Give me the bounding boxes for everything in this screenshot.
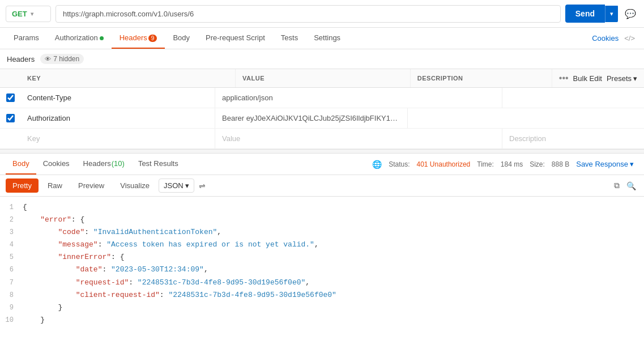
search-icon[interactable]: 🔍 bbox=[624, 179, 638, 193]
method-label: GET bbox=[12, 10, 27, 18]
empty-desc-placeholder[interactable]: Description bbox=[502, 129, 644, 148]
headers-sub-row: Headers 👁 7 hidden bbox=[0, 49, 644, 69]
line-content-3: "code": "InvalidAuthenticationToken", bbox=[20, 226, 644, 239]
row2-description bbox=[408, 113, 549, 124]
row1-check[interactable] bbox=[0, 88, 20, 108]
tab-body[interactable]: Body bbox=[165, 28, 198, 49]
empty-key-placeholder[interactable]: Key bbox=[20, 129, 215, 148]
time-label: Time: bbox=[477, 160, 494, 168]
tab-params[interactable]: Params bbox=[6, 28, 47, 49]
tab-settings[interactable]: Settings bbox=[306, 28, 348, 49]
table-header: KEY VALUE DESCRIPTION ••• Bulk Edit Pres… bbox=[0, 69, 644, 88]
row1-key[interactable]: Content-Type bbox=[20, 88, 215, 108]
th-check bbox=[0, 73, 20, 84]
send-chevron-button[interactable]: ▾ bbox=[605, 6, 618, 22]
send-button[interactable]: Send bbox=[565, 5, 605, 23]
comment-icon[interactable]: 💬 bbox=[622, 6, 638, 22]
line-num-10: 10 bbox=[0, 314, 20, 326]
line-num-4: 4 bbox=[0, 239, 20, 251]
tab-authorization[interactable]: Authorization bbox=[47, 28, 112, 49]
code-line-4: 4 "message": "Access token has expired o… bbox=[0, 239, 644, 251]
top-bar: GET ▾ Send ▾ 💬 bbox=[0, 0, 644, 28]
save-response-button[interactable]: Save Response ▾ bbox=[576, 160, 634, 168]
status-section: 🌐 Status: 401 Unauthorized Time: 184 ms … bbox=[368, 160, 638, 169]
code-line-8: 8 "client-request-id": "2248531c-7b3d-4f… bbox=[0, 289, 644, 301]
row2-key[interactable]: Authorization bbox=[20, 108, 215, 128]
th-description: DESCRIPTION bbox=[411, 69, 552, 87]
line-content-7: "request-id": "2248531c-7b3d-4fe8-9d95-3… bbox=[20, 277, 644, 289]
response-headers-badge: (10) bbox=[112, 159, 125, 168]
row1-value[interactable]: application/json bbox=[215, 88, 502, 108]
eye-icon: 👁 bbox=[45, 56, 51, 62]
response-tab-testresults[interactable]: Test Results bbox=[131, 154, 185, 175]
headers-badge: 9 bbox=[148, 35, 157, 42]
size-label: Size: bbox=[530, 160, 545, 168]
authorization-dot bbox=[100, 36, 104, 40]
presets-button[interactable]: Presets ▾ bbox=[607, 74, 637, 83]
response-tabs: Body Cookies Headers(10) Test Results 🌐 … bbox=[0, 154, 644, 175]
cookies-link[interactable]: Cookies bbox=[590, 28, 621, 48]
row2-checkbox[interactable] bbox=[6, 114, 15, 122]
line-content-5: "innerError": { bbox=[20, 251, 644, 264]
empty-row: Key Value Description bbox=[0, 129, 644, 149]
line-content-9: } bbox=[20, 301, 644, 314]
format-select[interactable]: JSON ▾ bbox=[159, 178, 194, 193]
line-content-8: "client-request-id": "2248531c-7b3d-4fe8… bbox=[20, 289, 644, 301]
th-key: KEY bbox=[20, 69, 236, 87]
line-num-2: 2 bbox=[0, 214, 20, 226]
headers-label: Headers bbox=[7, 55, 35, 63]
code-area: 1 { 2 "error": { 3 "code": "InvalidAuthe… bbox=[0, 197, 644, 340]
code-line-1: 1 { bbox=[0, 201, 644, 214]
copy-icon[interactable]: ⧉ bbox=[612, 178, 622, 193]
more-options-icon[interactable]: ••• bbox=[559, 73, 569, 83]
save-response-chevron: ▾ bbox=[630, 160, 634, 168]
status-label: Status: bbox=[389, 160, 410, 168]
view-tab-raw[interactable]: Raw bbox=[41, 178, 69, 193]
code-line-2: 2 "error": { bbox=[0, 214, 644, 226]
globe-icon: 🌐 bbox=[372, 160, 382, 169]
tab-tests[interactable]: Tests bbox=[273, 28, 306, 49]
row1-checkbox[interactable] bbox=[6, 94, 15, 102]
view-tab-pretty[interactable]: Pretty bbox=[6, 178, 39, 193]
code-line-9: 9 } bbox=[0, 301, 644, 314]
code-line-6: 6 "date": "2023-05-30T12:34:09", bbox=[0, 264, 644, 276]
code-icon[interactable]: </> bbox=[621, 28, 638, 48]
view-tab-preview[interactable]: Preview bbox=[71, 178, 111, 193]
hidden-count-label: 7 hidden bbox=[53, 55, 79, 63]
table-row: Authorization Bearer eyJ0eXAiOiJKV1QiLCJ… bbox=[0, 108, 644, 129]
presets-chevron: ▾ bbox=[633, 74, 637, 83]
method-select[interactable]: GET ▾ bbox=[6, 6, 51, 22]
row2-value[interactable]: Bearer eyJ0eXAiOiJKV1QiLCJub25jZSI6Ildjb… bbox=[215, 108, 408, 128]
empty-value-placeholder[interactable]: Value bbox=[215, 129, 502, 148]
tab-headers[interactable]: Headers9 bbox=[112, 28, 165, 49]
th-actions: ••• Bulk Edit Presets ▾ bbox=[552, 70, 644, 87]
request-tabs: Params Authorization Headers9 Body Pre-r… bbox=[0, 28, 644, 49]
size-value: 888 B bbox=[552, 160, 569, 168]
format-chevron: ▾ bbox=[185, 181, 189, 190]
line-num-5: 5 bbox=[0, 251, 20, 264]
code-line-10: 10 } bbox=[0, 314, 644, 326]
code-line-7: 7 "request-id": "2248531c-7b3d-4fe8-9d95… bbox=[0, 277, 644, 289]
line-content-2: "error": { bbox=[20, 214, 644, 226]
row2-check[interactable] bbox=[0, 108, 20, 128]
code-line-5: 5 "innerError": { bbox=[0, 251, 644, 264]
line-num-6: 6 bbox=[0, 264, 20, 276]
bulk-edit-button[interactable]: Bulk Edit bbox=[573, 74, 602, 83]
url-input[interactable] bbox=[56, 5, 561, 23]
response-tab-cookies[interactable]: Cookies bbox=[36, 154, 76, 175]
table-row: Content-Type application/json bbox=[0, 88, 644, 108]
method-chevron: ▾ bbox=[31, 11, 33, 17]
line-num-8: 8 bbox=[0, 289, 20, 301]
filter-icon[interactable]: ⇌ bbox=[197, 179, 208, 193]
code-line-3: 3 "code": "InvalidAuthenticationToken", bbox=[0, 226, 644, 239]
line-content-10: } bbox=[20, 314, 644, 326]
response-tab-body[interactable]: Body bbox=[6, 154, 36, 175]
status-value: 401 Unauthorized bbox=[417, 160, 471, 168]
hidden-badge[interactable]: 👁 7 hidden bbox=[40, 54, 84, 64]
line-num-3: 3 bbox=[0, 226, 20, 239]
response-tab-headers[interactable]: Headers(10) bbox=[76, 154, 131, 175]
view-tab-visualize[interactable]: Visualize bbox=[113, 178, 156, 193]
tab-prerequest[interactable]: Pre-request Script bbox=[198, 28, 273, 49]
send-button-group: Send ▾ bbox=[565, 5, 618, 23]
view-tabs-row: Pretty Raw Preview Visualize JSON ▾ ⇌ ⧉ … bbox=[0, 175, 644, 197]
